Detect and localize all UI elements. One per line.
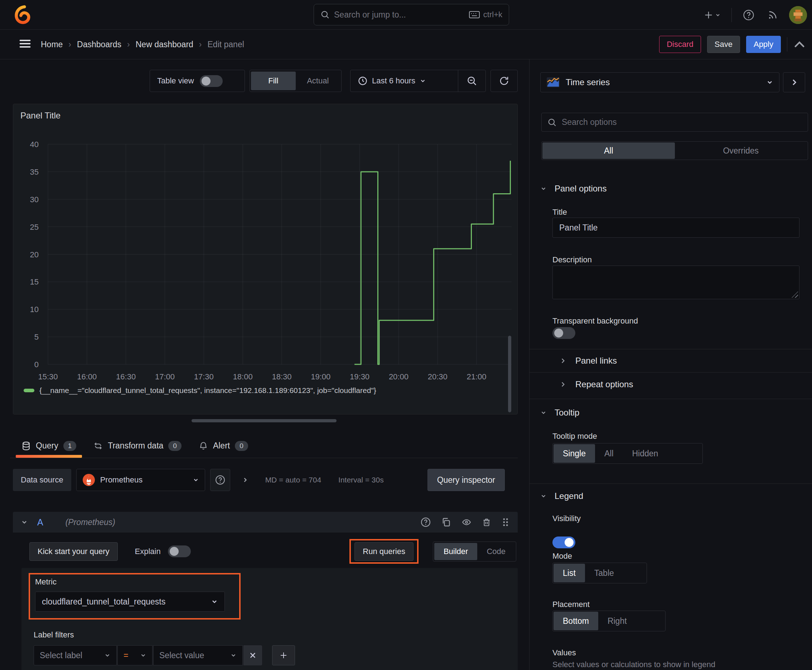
tab-alert[interactable]: Alert 0 (190, 434, 257, 458)
panel-description-textarea[interactable] (553, 266, 800, 299)
select-value-dropdown[interactable]: Select value (153, 645, 243, 665)
tooltip-single-option[interactable]: Single (554, 444, 595, 463)
code-option[interactable]: Code (477, 543, 515, 560)
tab-query-count: 1 (63, 441, 76, 451)
collapse-query-icon[interactable] (21, 519, 28, 526)
zoom-out-button[interactable] (458, 70, 485, 91)
table-view-switch[interactable] (200, 75, 223, 87)
legend-placement-group: Bottom Right (553, 611, 666, 631)
datasource-help-button[interactable] (210, 469, 230, 491)
query-row-header[interactable]: A (Prometheus) (13, 512, 518, 533)
query-ref-id[interactable]: A (37, 517, 43, 528)
timeseries-viz-icon (546, 77, 560, 88)
plus-icon (279, 651, 288, 660)
options-search-input[interactable]: Search options (541, 113, 808, 132)
time-range-picker[interactable]: Last 6 hours (351, 70, 458, 91)
timeseries-chart[interactable]: 051015202530354015:3016:0016:3017:0017:3… (13, 104, 518, 415)
select-label-dropdown[interactable]: Select label (34, 645, 117, 665)
metric-select[interactable]: cloudflared_tunnel_total_requests (35, 592, 225, 612)
clock-icon (358, 76, 368, 86)
chevron-down-icon (104, 652, 111, 658)
discard-button[interactable]: Discard (659, 36, 701, 53)
divider (529, 399, 812, 399)
options-tabs: All Overrides (541, 141, 808, 160)
breadcrumb-dashboards[interactable]: Dashboards (77, 40, 121, 49)
tab-query[interactable]: Query 1 (13, 434, 85, 458)
section-tooltip[interactable]: Tooltip (529, 404, 812, 421)
transparent-background-switch[interactable] (553, 327, 575, 339)
panel-title-input[interactable] (553, 218, 800, 238)
delete-query-icon[interactable] (482, 517, 491, 527)
drag-handle-icon[interactable] (501, 517, 510, 527)
legend-placement-right[interactable]: Right (598, 612, 636, 630)
stat-max-datapoints: MD = auto = 704 (265, 475, 321, 484)
tab-transform-data[interactable]: Transform data 0 (85, 434, 190, 458)
remove-filter-button[interactable] (244, 645, 262, 665)
help-icon-button[interactable] (741, 7, 756, 22)
avatar[interactable] (789, 6, 807, 24)
run-queries-button[interactable]: Run queries (354, 542, 414, 561)
table-view-toggle[interactable]: Table view (150, 70, 245, 92)
viz-suggestions-button[interactable] (783, 72, 805, 92)
duplicate-query-icon[interactable] (441, 517, 451, 527)
tab-overrides[interactable]: Overrides (675, 142, 807, 159)
tooltip-hidden-option[interactable]: Hidden (623, 444, 668, 463)
legend-series-label[interactable]: {__name__="cloudflared_tunnel_total_requ… (39, 386, 376, 395)
menu-toggle-button[interactable] (19, 38, 32, 49)
breadcrumb-new-dashboard[interactable]: New dashboard (136, 40, 193, 49)
section-repeat-options[interactable]: Repeat options (529, 373, 812, 396)
apply-button[interactable]: Apply (746, 36, 781, 53)
svg-text:19:30: 19:30 (350, 372, 370, 381)
legend-visibility-switch[interactable] (553, 536, 575, 548)
legend-mode-table[interactable]: Table (585, 564, 623, 582)
panel[interactable]: Panel Title 051015202530354015:3016:0016… (13, 104, 518, 415)
section-legend[interactable]: Legend (529, 487, 812, 505)
section-panel-options[interactable]: Panel options (529, 180, 812, 198)
refresh-button[interactable] (490, 70, 518, 92)
nav-actions (702, 0, 807, 30)
fill-option[interactable]: Fill (251, 71, 296, 90)
add-filter-button[interactable] (272, 645, 295, 665)
operator-dropdown[interactable]: = (117, 645, 153, 665)
svg-text:19:00: 19:00 (311, 372, 331, 381)
explain-label: Explain (135, 547, 161, 556)
legend-mode-list[interactable]: List (554, 564, 585, 582)
query-inspector-button[interactable]: Query inspector (427, 469, 505, 491)
tooltip-all-option[interactable]: All (595, 444, 623, 463)
svg-text:15:30: 15:30 (38, 372, 58, 381)
explain-switch[interactable] (168, 545, 191, 557)
search-input[interactable]: Search or jump to... ctrl+k (314, 4, 509, 25)
datasource-picker[interactable]: Prometheus (76, 469, 205, 491)
close-icon (249, 652, 256, 659)
svg-text:15: 15 (30, 277, 39, 286)
breadcrumb-separator: › (127, 40, 130, 49)
query-stats: MD = auto = 704 Interval = 30s (265, 475, 384, 484)
hide-query-icon[interactable] (461, 518, 472, 527)
panel-resize-handle[interactable] (192, 419, 337, 422)
breadcrumb-home[interactable]: Home (41, 40, 63, 49)
svg-text:10: 10 (30, 305, 39, 314)
svg-text:21:00: 21:00 (467, 372, 487, 381)
grafana-app: Search or jump to... ctrl+k (0, 0, 812, 670)
grafana-logo-icon[interactable] (14, 5, 33, 24)
collapse-header-button[interactable] (793, 40, 805, 49)
builder-option[interactable]: Builder (434, 543, 477, 560)
add-button[interactable] (702, 8, 722, 22)
visualization-picker[interactable]: Time series (540, 72, 780, 92)
tab-all[interactable]: All (542, 142, 675, 159)
divider (529, 484, 812, 484)
legend-placement-bottom[interactable]: Bottom (554, 612, 598, 630)
query-help-icon[interactable] (420, 517, 431, 528)
svg-text:40: 40 (30, 140, 39, 149)
legend-series-color[interactable] (24, 389, 34, 392)
kickstart-query-button[interactable]: Kick start your query (29, 542, 118, 561)
actual-option[interactable]: Actual (296, 71, 341, 90)
section-panel-links[interactable]: Panel links (529, 349, 812, 372)
query-datasource-hint: (Prometheus) (66, 518, 115, 527)
expand-stats-button[interactable] (242, 476, 249, 484)
chevron-down-icon (211, 598, 218, 605)
news-icon-button[interactable] (765, 8, 780, 22)
scrollbar-thumb[interactable] (508, 336, 511, 412)
header-actions: Discard Save Apply (659, 36, 805, 53)
save-button[interactable]: Save (707, 36, 740, 53)
